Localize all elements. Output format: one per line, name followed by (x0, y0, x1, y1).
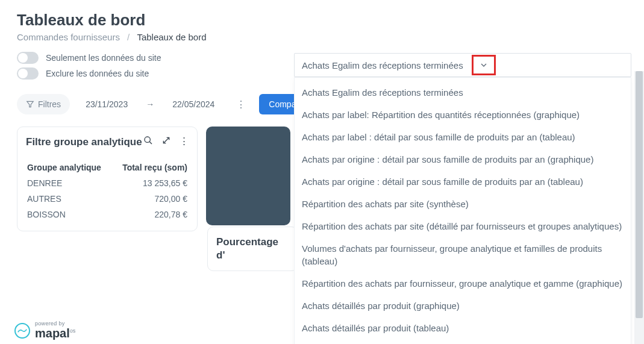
dropdown-item[interactable]: Répartition des achats par site (détaill… (295, 215, 631, 237)
col-header-group: Groupe analytique (27, 163, 101, 172)
card-analytique-title: Filtre groupe analytique (26, 136, 142, 149)
date-to[interactable]: 22/05/2024 (159, 95, 228, 114)
chevron-down-highlight[interactable] (472, 55, 496, 75)
vertical-scrollbar[interactable] (634, 71, 644, 344)
row-value: 220,78 € (155, 210, 188, 219)
dropdown-item[interactable]: Fluctuation des prix des produits (295, 339, 631, 344)
chevron-down-icon (479, 60, 489, 70)
dashboard-select-value: Achats Egalim des réceptions terminées (302, 60, 463, 70)
footer-brand-name: mapal (35, 327, 70, 340)
card-percentage: Pourcentage d' (207, 227, 298, 271)
filters-button[interactable]: Filtres (17, 94, 70, 114)
table-row: AUTRES 720,00 € (26, 191, 189, 207)
card-percentage-title: Pourcentage d' (216, 236, 278, 261)
svg-point-1 (145, 137, 150, 142)
dark-card-placeholder (206, 127, 290, 225)
dropdown-item[interactable]: Répartition des achats par fournisseur, … (295, 272, 631, 295)
scrollbar-thumb[interactable] (636, 71, 643, 318)
row-value: 13 253,65 € (143, 178, 187, 188)
toggle-exclude-site[interactable] (17, 67, 39, 80)
dropdown-item[interactable]: Achats par origine : détail par sous fam… (295, 148, 631, 170)
dropdown-item[interactable]: Achats par label : détail par sous famil… (295, 126, 631, 148)
toggle-exclude-site-label: Exclure les données du site (46, 69, 149, 78)
row-label: BOISSON (27, 210, 66, 219)
breadcrumb-link[interactable]: Commandes fournisseurs (17, 32, 120, 42)
table-row: DENREE 13 253,65 € (26, 175, 189, 191)
breadcrumb: Commandes fournisseurs / Tableaux de bor… (0, 32, 644, 49)
table-row: BOISSON 220,78 € (26, 207, 189, 222)
row-label: AUTRES (27, 194, 61, 204)
footer-powered-label: powered by (35, 321, 75, 327)
breadcrumb-separator: / (127, 32, 130, 42)
expand-icon[interactable] (161, 136, 171, 146)
dropdown-item[interactable]: Achats par origine : détail par sous fam… (295, 170, 631, 193)
dropdown-item[interactable]: Achats Egalim des réceptions terminées (295, 81, 631, 104)
brand-badge-icon (14, 323, 30, 339)
row-value: 720,00 € (155, 194, 188, 204)
svg-line-3 (163, 137, 169, 143)
col-header-total: Total reçu (som) (122, 163, 187, 172)
search-icon[interactable] (143, 136, 153, 146)
filters-label: Filtres (38, 99, 61, 109)
arrow-right-icon: → (143, 99, 157, 109)
row-label: DENREE (27, 178, 62, 188)
toggle-only-site-label: Seulement les données du site (46, 53, 161, 63)
date-from[interactable]: 23/11/2023 (72, 95, 141, 114)
card-analytique: Filtre groupe analytique ⋮ Groupe analyt… (17, 127, 198, 231)
dropdown-item[interactable]: Achats détaillés par produit (tableau) (295, 317, 631, 339)
kebab-menu-icon[interactable]: ⋮ (230, 99, 252, 110)
kebab-card-icon[interactable]: ⋮ (180, 136, 189, 146)
breadcrumb-current: Tableaux de bord (137, 32, 206, 42)
footer-brand-suffix: os (70, 328, 76, 334)
dashboard-dropdown-menu: Achats Egalim des réceptions terminées A… (294, 77, 631, 344)
dropdown-item[interactable]: Volumes d'achats par fournisseur, groupe… (295, 237, 631, 272)
dropdown-item[interactable]: Achats détaillés par produit (graphique) (295, 295, 631, 317)
toggle-only-site[interactable] (17, 52, 39, 64)
dropdown-item[interactable]: Répartition des achats par site (synthès… (295, 193, 631, 215)
svg-line-2 (149, 142, 152, 144)
page-title: Tableaux de bord (0, 0, 644, 32)
svg-marker-0 (27, 101, 34, 107)
footer-brand: powered by mapalos (14, 321, 75, 340)
filter-icon (26, 100, 34, 108)
dashboard-select[interactable]: Achats Egalim des réceptions terminées (294, 53, 631, 77)
dropdown-item[interactable]: Achats par label: Répartition des quanti… (295, 104, 631, 126)
